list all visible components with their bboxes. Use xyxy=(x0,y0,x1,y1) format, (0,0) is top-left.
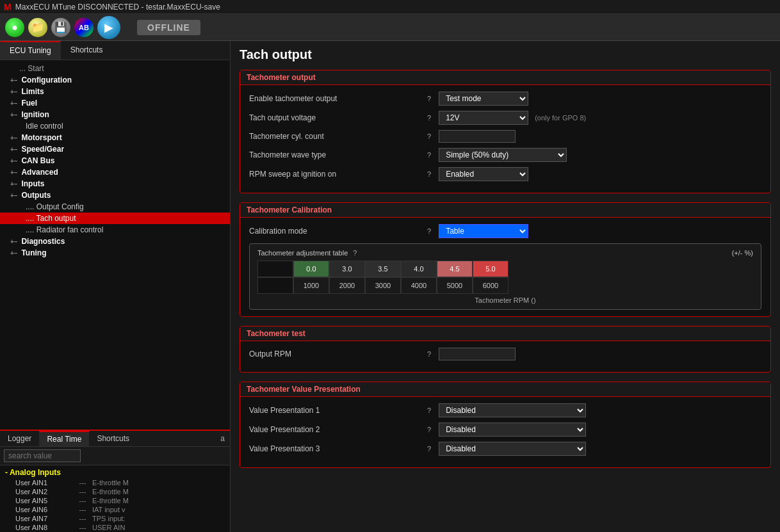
adj-cell-3-5[interactable]: 3.5 xyxy=(365,261,401,277)
adj-cell-4-5[interactable]: 4.5 xyxy=(437,261,473,277)
sidebar-item-start[interactable]: ... Start xyxy=(0,63,230,74)
help-tach-voltage[interactable]: ? xyxy=(427,114,431,122)
sidebar-nav: ... Start +– Configuration +– Limits +– … xyxy=(0,60,230,430)
sidebar-item-advanced[interactable]: +– Advanced xyxy=(0,166,230,178)
help-enable-tach[interactable]: ? xyxy=(427,95,431,102)
select-tach-voltage[interactable]: 5V 12V xyxy=(439,111,528,125)
bottom-tabs: Logger Real Time Shortcuts a xyxy=(0,431,230,447)
control-rpm-sweep: Disabled Enabled xyxy=(439,167,528,181)
section-value-presentation: Tachometer Value Presentation Value Pres… xyxy=(240,382,771,468)
label-rpm-sweep: RPM sweep at ignition on xyxy=(249,170,422,179)
help-output-rpm[interactable]: ? xyxy=(427,350,431,358)
adj-cell-empty xyxy=(257,261,293,277)
bottom-tab-extra[interactable]: a xyxy=(215,431,230,446)
sidebar-tab-shortcuts[interactable]: Shortcuts xyxy=(61,41,113,60)
control-enable-tach: Disabled Enabled Test mode xyxy=(439,92,528,106)
adj-rpm-4000: 4000 xyxy=(401,277,437,294)
sidebar-item-limits[interactable]: +– Limits xyxy=(0,86,230,97)
list-item: User AIN1 --- E-throttle M xyxy=(5,478,225,487)
select-rpm-sweep[interactable]: Disabled Enabled xyxy=(439,167,528,181)
rpm-axis-label: Tachometer RPM () xyxy=(257,296,753,304)
sidebar-item-motorsport[interactable]: +– Motorsport xyxy=(0,132,230,143)
sidebar-item-idle-control[interactable]: Idle control xyxy=(0,120,230,132)
help-cyl-count[interactable]: ? xyxy=(427,133,431,140)
sidebar-item-ignition[interactable]: +– Ignition xyxy=(0,109,230,120)
list-item: User AIN2 --- E-throttle M xyxy=(5,487,225,496)
help-calibration-mode[interactable]: ? xyxy=(427,227,431,235)
adjustment-table-grid: 0.0 3.0 3.5 4.0 4.5 5.0 1000 2000 xyxy=(257,261,753,294)
bottom-tab-logger[interactable]: Logger xyxy=(0,431,39,446)
sidebar-item-can-bus[interactable]: +– CAN Bus xyxy=(0,155,230,166)
control-vp3: Disabled Enabled xyxy=(439,442,586,456)
input-cyl-count[interactable]: 4 xyxy=(439,130,516,143)
form-row-output-rpm: Output RPM ? 4500 xyxy=(249,348,761,360)
adj-cell-5[interactable]: 5.0 xyxy=(473,261,508,277)
select-vp2[interactable]: Disabled Enabled xyxy=(439,423,586,437)
sidebar-tabs: ECU Tuning Shortcuts xyxy=(0,41,230,60)
select-vp3[interactable]: Disabled Enabled xyxy=(439,442,586,456)
label-vp3: Value Presentation 3 xyxy=(249,444,422,453)
sidebar-item-diagnostics[interactable]: +– Diagnostics xyxy=(0,236,230,247)
label-enable-tach: Enable tachometer output xyxy=(249,94,422,103)
content-area: Tach output Tachometer output Enable tac… xyxy=(231,41,780,532)
sidebar-item-output-config[interactable]: .... Output Config xyxy=(0,201,230,213)
adj-cell-3[interactable]: 3.0 xyxy=(329,261,365,277)
play-button[interactable]: ▶ xyxy=(97,16,120,39)
bottom-panel: Logger Real Time Shortcuts a - Analog In… xyxy=(0,430,230,532)
sidebar-item-configuration[interactable]: +– Configuration xyxy=(0,74,230,86)
input-output-rpm[interactable]: 4500 xyxy=(439,348,516,360)
form-row-enable-tach: Enable tachometer output ? Disabled Enab… xyxy=(249,92,761,106)
adj-values-row: 0.0 3.0 3.5 4.0 4.5 5.0 xyxy=(257,261,753,277)
folder-button[interactable]: 📁 xyxy=(28,18,47,37)
label-wave-type: Tachometer wave type xyxy=(249,150,422,159)
help-wave-type[interactable]: ? xyxy=(427,151,431,159)
search-bar xyxy=(0,447,230,465)
form-row-tach-voltage: Tach output voltage ? 5V 12V (only for G… xyxy=(249,111,761,125)
form-row-vp1: Value Presentation 1 ? Disabled Enabled xyxy=(249,403,761,417)
page-title: Tach output xyxy=(240,47,771,62)
list-item: User AIN8 --- USER AIN xyxy=(5,523,225,532)
section-body-tachometer-test: Output RPM ? 4500 xyxy=(240,341,770,372)
adjustment-table-wrapper: Tachometer adjustment table ? (+/- %) 0.… xyxy=(249,243,761,310)
control-tach-voltage: 5V 12V (only for GPO 8) xyxy=(439,111,586,125)
sidebar-tab-ecu-tuning[interactable]: ECU Tuning xyxy=(0,41,61,60)
adjustment-table-label: Tachometer adjustment table xyxy=(257,249,348,257)
toolbar: ● 📁 💾 AB ▶ OFFLINE xyxy=(0,14,780,41)
sidebar-item-tuning[interactable]: +– Tuning xyxy=(0,247,230,259)
form-row-vp3: Value Presentation 3 ? Disabled Enabled xyxy=(249,442,761,456)
bottom-tab-realtime[interactable]: Real Time xyxy=(39,431,89,446)
offline-status: OFFLINE xyxy=(137,20,200,35)
adj-cell-4[interactable]: 4.0 xyxy=(401,261,437,277)
sidebar-item-speed-gear[interactable]: +– Speed/Gear xyxy=(0,143,230,155)
sidebar-item-radiator-fan[interactable]: .... Radiator fan control xyxy=(0,224,230,236)
analog-section: - Analog Inputs User AIN1 --- E-throttle… xyxy=(0,465,230,532)
adj-cell-0[interactable]: 0.0 xyxy=(293,261,329,277)
select-vp1[interactable]: Disabled Enabled xyxy=(439,403,586,417)
select-enable-tach[interactable]: Disabled Enabled Test mode xyxy=(439,92,528,106)
sidebar-item-fuel[interactable]: +– Fuel xyxy=(0,97,230,109)
adj-rpm-empty xyxy=(257,277,293,294)
search-input[interactable] xyxy=(4,449,81,462)
control-cyl-count: 4 xyxy=(439,130,516,143)
adjustment-table-title: Tachometer adjustment table ? (+/- %) xyxy=(257,249,753,257)
sidebar: ECU Tuning Shortcuts ... Start +– Config… xyxy=(0,41,231,532)
form-row-wave-type: Tachometer wave type ? Simple (50% duty)… xyxy=(249,148,761,162)
help-vp3[interactable]: ? xyxy=(427,445,431,453)
gpo-note: (only for GPO 8) xyxy=(535,114,586,122)
help-rpm-sweep[interactable]: ? xyxy=(427,170,431,178)
section-tachometer-output: Tachometer output Enable tachometer outp… xyxy=(240,70,771,193)
bottom-tab-shortcuts[interactable]: Shortcuts xyxy=(89,431,137,446)
section-header-tachometer-output: Tachometer output xyxy=(240,70,770,85)
help-vp2[interactable]: ? xyxy=(427,426,431,433)
sidebar-item-outputs[interactable]: +– Outputs xyxy=(0,189,230,201)
select-wave-type[interactable]: Simple (50% duty) Complex xyxy=(439,148,567,162)
green-button[interactable]: ● xyxy=(5,18,24,37)
list-item: User AIN5 --- E-throttle M xyxy=(5,496,225,505)
help-vp1[interactable]: ? xyxy=(427,407,431,414)
sidebar-item-inputs[interactable]: +– Inputs xyxy=(0,178,230,189)
sidebar-item-tach-output[interactable]: .... Tach output xyxy=(0,213,230,224)
color-ab-button[interactable]: AB xyxy=(74,18,93,37)
help-adj-table[interactable]: ? xyxy=(353,249,357,257)
save-button[interactable]: 💾 xyxy=(51,18,70,37)
select-calibration-mode[interactable]: None Table xyxy=(439,224,528,238)
